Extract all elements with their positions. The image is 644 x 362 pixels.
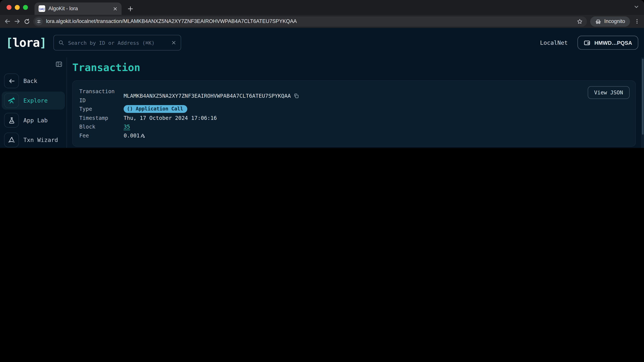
incognito-badge: Incognito	[590, 16, 630, 26]
view-json-button[interactable]: View JSON	[588, 86, 630, 99]
arrow-left-icon	[4, 73, 19, 88]
back-navigation-icon[interactable]	[4, 18, 10, 25]
browser-window: [ak] AlgoKit - lora lora.algokit.io/loca	[0, 0, 644, 148]
sidebar-collapse-icon[interactable]	[56, 61, 62, 68]
copy-icon[interactable]	[294, 93, 299, 98]
transaction-id-label: Transaction ID	[79, 87, 124, 105]
window-close-button[interactable]	[6, 5, 12, 10]
transaction-type-badge: ()Application Call	[124, 105, 187, 113]
main-content: Transaction Transaction ID MLAMKB4ANXZ5N…	[67, 57, 644, 148]
browser-menu-icon[interactable]	[634, 18, 640, 24]
tab-favicon: [ak]	[38, 5, 45, 12]
scrollbar-thumb[interactable]	[642, 59, 644, 135]
fee-value: 0.001	[124, 131, 140, 140]
browser-tab[interactable]: [ak] AlgoKit - lora	[34, 2, 122, 15]
network-label[interactable]: LocalNet	[540, 39, 568, 46]
wizard-hat-icon	[4, 133, 19, 147]
sidebar-item-label: App Lab	[24, 117, 48, 123]
sidebar-item-label: Txn Wizard	[24, 137, 58, 143]
wallet-address: HMWD…PQSA	[594, 39, 632, 46]
tab-close-icon[interactable]	[113, 6, 118, 11]
tab-search-chevron-icon[interactable]	[634, 4, 639, 9]
sidebar-item-label: Back	[24, 78, 38, 84]
block-link[interactable]: 35	[124, 122, 130, 131]
telescope-icon	[4, 93, 19, 108]
address-bar[interactable]: lora.algokit.io/localnet/transaction/MLA…	[33, 16, 587, 26]
reload-icon[interactable]	[24, 18, 30, 24]
global-search[interactable]	[53, 35, 181, 50]
window-minimize-button[interactable]	[15, 5, 20, 10]
wallet-icon	[584, 39, 591, 46]
incognito-label: Incognito	[604, 18, 625, 24]
window-zoom-button[interactable]	[23, 5, 28, 10]
search-input[interactable]	[67, 39, 168, 46]
search-icon	[58, 40, 64, 45]
window-controls	[6, 5, 28, 10]
sidebar-item-label: Explore	[24, 97, 48, 104]
timestamp-label: Timestamp	[79, 113, 124, 122]
forward-navigation-icon[interactable]	[14, 18, 20, 25]
lora-logo[interactable]: [lora]	[6, 36, 46, 50]
transaction-summary-card: Transaction ID MLAMKB4ANXZ5NA2XY7ZNF3EAI…	[72, 80, 636, 146]
tab-strip: [ak] AlgoKit - lora	[0, 0, 644, 15]
browser-toolbar: lora.algokit.io/localnet/transaction/MLA…	[0, 15, 644, 28]
page-scrollbar[interactable]	[641, 57, 644, 148]
connected-wallet-button[interactable]: HMWD…PQSA	[578, 36, 638, 50]
sidebar-item-app-lab[interactable]: App Lab	[3, 111, 64, 129]
sidebar: Back Explore App Lab Txn Wizard	[0, 57, 67, 148]
incognito-icon	[595, 18, 602, 24]
block-label: Block	[79, 122, 124, 131]
new-tab-button[interactable]	[127, 6, 134, 12]
algo-symbol-icon	[140, 133, 145, 138]
type-label: Type	[79, 105, 124, 113]
site-info-icon[interactable]	[35, 17, 43, 25]
sidebar-item-back[interactable]: Back	[3, 72, 64, 90]
page-title: Transaction	[72, 61, 636, 74]
fee-label: Fee	[79, 131, 124, 140]
sidebar-item-explore[interactable]: Explore	[2, 91, 65, 110]
flask-icon	[4, 113, 19, 128]
url-text[interactable]: lora.algokit.io/localnet/transaction/MLA…	[46, 18, 574, 24]
bookmark-star-icon[interactable]	[577, 18, 583, 24]
search-clear-icon[interactable]	[171, 40, 176, 45]
sidebar-item-txn-wizard[interactable]: Txn Wizard	[3, 131, 64, 148]
timestamp-value: Thu, 17 October 2024 17:06:16	[124, 113, 217, 122]
tab-title: AlgoKit - lora	[48, 6, 113, 11]
transaction-id-value: MLAMKB4ANXZ5NA2XY7ZNF3EAIROHVWPAB4A7CLT6…	[124, 91, 291, 100]
app-header: [lora] LocalNet HMWD…PQSA	[0, 28, 644, 57]
